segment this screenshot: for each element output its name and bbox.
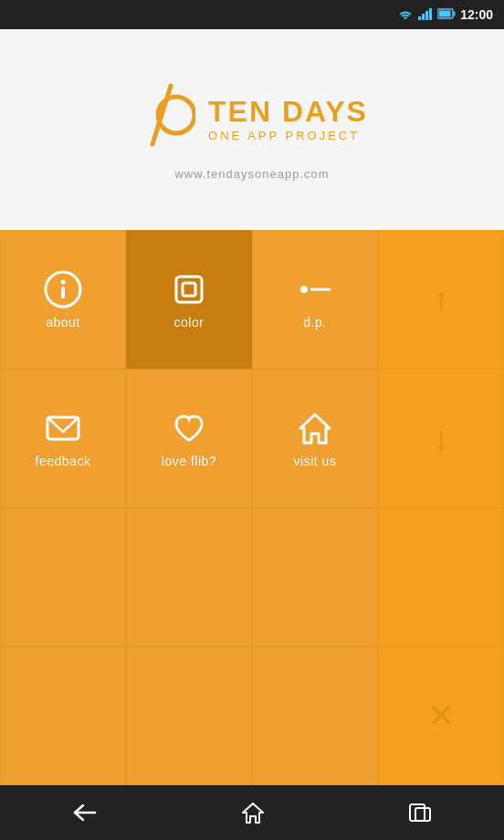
svg-rect-1 [422, 14, 425, 20]
side-panel: ↑ ↓ ✕ [378, 230, 504, 785]
recent-button[interactable] [390, 795, 450, 830]
logo-sub-text: ONE APP PROJECT [208, 129, 368, 142]
grid-cell-empty1 [0, 508, 126, 646]
svg-rect-13 [183, 283, 195, 296]
battery-icon [437, 8, 456, 22]
status-bar: 12:00 [0, 0, 504, 29]
side-close-button[interactable]: ✕ [378, 646, 504, 785]
up-arrow-icon: ↑ [433, 280, 450, 320]
grid-cell-empty4 [0, 646, 126, 785]
signal-icon [418, 7, 433, 23]
grid-cell-dp[interactable]: d.p. [252, 230, 378, 369]
logo-main-text: TEN DAYS [208, 96, 368, 128]
cell-label-feedback: feedback [36, 454, 91, 468]
svg-rect-12 [176, 277, 202, 302]
cell-label-dp: d.p. [303, 315, 326, 330]
grid-cell-color[interactable]: color [126, 230, 252, 369]
side-empty1 [378, 508, 504, 646]
grid-area: about color d.p. feedback [0, 230, 504, 785]
logo-url: www.tendaysoneapp.com [174, 167, 329, 181]
grid-cell-love-flib[interactable]: love flib? [126, 369, 252, 508]
down-arrow-icon: ↓ [433, 419, 450, 458]
close-x-icon: ✕ [427, 697, 455, 735]
svg-rect-5 [454, 11, 456, 16]
svg-marker-17 [300, 415, 330, 443]
back-button[interactable] [54, 795, 116, 830]
svg-rect-21 [415, 808, 430, 821]
cell-label-color: color [174, 315, 205, 330]
grid-cell-empty5 [126, 646, 252, 785]
wifi-icon [397, 7, 414, 23]
grid-cell-empty3 [252, 508, 378, 646]
home-button[interactable] [223, 793, 283, 832]
logo-container: TEN DAYS ONE APP PROJECT [136, 79, 368, 160]
svg-marker-19 [243, 803, 263, 823]
header: TEN DAYS ONE APP PROJECT www.tendaysonea… [0, 29, 504, 230]
svg-rect-2 [425, 11, 428, 20]
svg-rect-20 [410, 804, 425, 821]
side-up-button[interactable]: ↑ [378, 230, 504, 369]
svg-rect-6 [439, 10, 451, 16]
svg-rect-11 [61, 287, 65, 299]
grid-cell-empty2 [126, 508, 252, 646]
grid-cell-empty6 [252, 646, 378, 785]
main-grid: about color d.p. feedback [0, 230, 378, 785]
cell-label-visit-us: visit us [294, 454, 337, 468]
status-time: 12:00 [460, 7, 493, 22]
svg-rect-3 [429, 8, 432, 20]
grid-cell-visit-us[interactable]: visit us [252, 369, 378, 508]
side-down-button[interactable]: ↓ [378, 369, 504, 508]
logo-symbol [136, 79, 195, 160]
nav-bar [0, 785, 504, 840]
svg-line-7 [152, 86, 171, 144]
status-icons: 12:00 [397, 7, 493, 23]
svg-point-14 [300, 286, 308, 293]
cell-label-about: about [46, 315, 80, 330]
svg-rect-0 [418, 16, 421, 20]
svg-point-10 [61, 280, 66, 285]
grid-cell-feedback[interactable]: feedback [0, 369, 126, 508]
grid-cell-about[interactable]: about [0, 230, 126, 369]
cell-label-love-flib: love flib? [162, 454, 216, 468]
logo-text-block: TEN DAYS ONE APP PROJECT [208, 96, 368, 142]
